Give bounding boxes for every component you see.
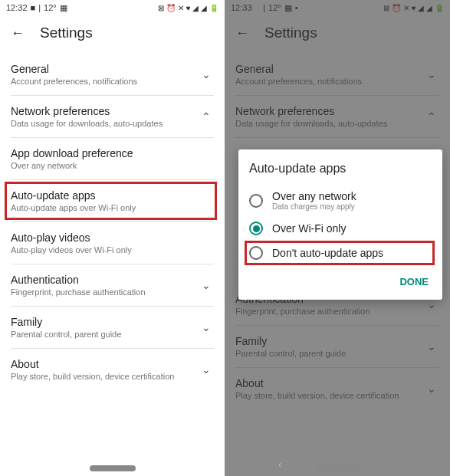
status-bar: 12:32 ■ | 12° ▦ ⊠ ⏰ ✕ ♥ ◢ ◢ 🔋: [0, 0, 225, 15]
page-title: Settings: [264, 25, 317, 41]
section-title: Network preferences: [11, 105, 199, 117]
section-title: About: [11, 358, 199, 370]
section-title: Auto-update apps: [11, 189, 214, 202]
section-sub: Fingerprint, purchase authentication: [11, 287, 199, 297]
radio-label: Over any network: [272, 190, 432, 202]
status-app-icon: ▦: [60, 3, 67, 13]
chevron-down-icon: ⌄: [199, 321, 214, 333]
section-general[interactable]: General Account preferences, notificatio…: [11, 54, 214, 96]
chevron-down-icon: ⌄: [199, 68, 214, 80]
status-temp: 12°: [44, 3, 57, 12]
section-sub: Account preferences, notifications: [11, 77, 199, 86]
section-title: Family: [235, 335, 424, 347]
radio-label: Over Wi-Fi only: [272, 222, 432, 235]
section-title: Authentication: [11, 274, 199, 286]
section-title: About: [235, 377, 424, 389]
section-family[interactable]: Family Parental control, parent guide ⌄: [235, 326, 439, 368]
section-title: Network preferences: [235, 105, 424, 117]
radio-icon[interactable]: [249, 246, 263, 260]
phone-screen-left: 12:32 ■ | 12° ▦ ⊠ ⏰ ✕ ♥ ◢ ◢ 🔋 ← Settings…: [0, 0, 225, 476]
chevron-down-icon: ⌄: [424, 68, 439, 80]
section-sub: Play store, build version, device certif…: [11, 372, 199, 381]
radio-icon-selected[interactable]: [249, 222, 263, 235]
page-title: Settings: [40, 25, 93, 41]
back-arrow-icon[interactable]: ←: [11, 25, 25, 41]
section-auto-update-apps[interactable]: Auto-update apps Auto-update apps over W…: [11, 180, 214, 222]
back-arrow-icon[interactable]: ←: [235, 25, 249, 41]
status-time: 12:32: [6, 3, 28, 12]
radio-over-any-network[interactable]: Over any network Data charges may apply: [249, 185, 432, 216]
section-general[interactable]: General Account preferences, notificatio…: [235, 54, 439, 96]
section-sub: Data usage for downloads, auto-updates: [11, 119, 199, 128]
section-sub: Play store, build version, device certif…: [235, 391, 424, 400]
status-dot-icon: •: [295, 3, 298, 12]
radio-sub: Data charges may apply: [272, 202, 432, 211]
done-button[interactable]: DONE: [396, 271, 432, 292]
settings-list: General Account preferences, notificatio…: [0, 54, 225, 390]
chevron-down-icon: ⌄: [424, 298, 439, 310]
section-title: Family: [11, 316, 199, 328]
nav-home-pill[interactable]: [90, 465, 136, 471]
status-icons: ⊠ ⏰ ✕ ♥ ◢ ◢ 🔋: [383, 4, 444, 12]
section-title: General: [235, 63, 424, 75]
dialog-title: Auto-update apps: [249, 162, 432, 176]
chevron-down-icon: ⌄: [424, 382, 439, 395]
section-title: General: [11, 63, 199, 75]
status-icons: ⊠ ⏰ ✕ ♥ ◢ ◢ 🔋: [158, 4, 218, 12]
radio-over-wifi-only[interactable]: Over Wi-Fi only: [249, 216, 432, 241]
section-sub: Fingerprint, purchase authentication: [235, 307, 424, 316]
section-sub: Over any network: [11, 161, 214, 170]
status-bar: 12:33 □ | 12° ▦ • ⊠ ⏰ ✕ ♥ ◢ ◢ 🔋: [225, 0, 450, 15]
chevron-down-icon: ⌄: [199, 279, 214, 291]
chevron-down-icon: ⌄: [424, 340, 439, 353]
section-sub: Data usage for downloads, auto-updates: [235, 119, 424, 128]
status-divider-icon: |: [263, 3, 265, 12]
header: ← Settings: [0, 15, 225, 54]
header: ← Settings: [225, 15, 450, 54]
status-temp: 12°: [268, 3, 281, 12]
auto-update-dialog: Auto-update apps Over any network Data c…: [238, 149, 442, 300]
status-app-icon: ▦: [284, 3, 292, 13]
section-about[interactable]: About Play store, build version, device …: [235, 368, 439, 409]
nav-home-pill[interactable]: [314, 465, 360, 471]
chevron-up-icon: ⌃: [424, 110, 439, 123]
status-divider-icon: |: [38, 3, 41, 12]
section-sub: Auto-play videos over Wi-Fi only: [11, 245, 214, 254]
section-authentication[interactable]: Authentication Fingerprint, purchase aut…: [11, 264, 214, 307]
section-app-download-preference[interactable]: App download preference Over any network: [11, 138, 214, 180]
section-family[interactable]: Family Parental control, parent guide ⌄: [11, 307, 214, 349]
section-sub: Account preferences, notifications: [235, 77, 424, 86]
status-time: 12:33: [231, 3, 252, 12]
nav-bar: [225, 465, 450, 471]
section-sub: Parental control, parent guide: [235, 349, 424, 358]
phone-screen-right: 12:33 □ | 12° ▦ • ⊠ ⏰ ✕ ♥ ◢ ◢ 🔋 ← Settin…: [225, 0, 450, 476]
status-square-icon: ■: [31, 3, 36, 12]
section-auto-play-videos[interactable]: Auto-play videos Auto-play videos over W…: [11, 222, 214, 264]
status-square-icon: □: [255, 3, 261, 12]
section-sub: Parental control, parent guide: [11, 330, 199, 339]
nav-bar: [0, 465, 225, 471]
chevron-down-icon: ⌄: [199, 363, 214, 376]
radio-icon[interactable]: [249, 194, 263, 208]
section-network-preferences[interactable]: Network preferences Data usage for downl…: [11, 96, 214, 138]
radio-dont-auto-update[interactable]: Don't auto-update apps: [249, 241, 432, 265]
section-about[interactable]: About Play store, build version, device …: [11, 349, 214, 390]
section-title: App download preference: [11, 147, 214, 159]
section-network-preferences[interactable]: Network preferences Data usage for downl…: [235, 96, 439, 138]
section-title: Auto-play videos: [11, 231, 214, 244]
radio-label: Don't auto-update apps: [272, 247, 432, 259]
section-sub: Auto-update apps over Wi-Fi only: [11, 203, 214, 212]
chevron-up-icon: ⌃: [199, 110, 214, 123]
